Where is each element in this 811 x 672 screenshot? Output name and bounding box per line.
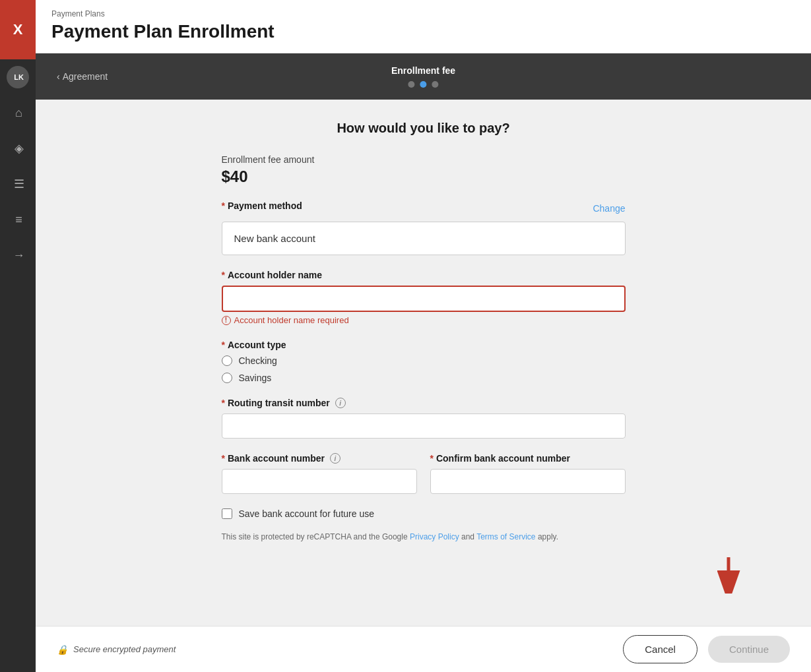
wizard-dot-3 [432, 81, 439, 88]
checking-radio[interactable] [222, 355, 232, 366]
wizard-dot-1 [408, 81, 415, 88]
sidebar-item-diamond[interactable]: ◈ [0, 131, 36, 166]
page-header: Payment Plans Payment Plan Enrollment [36, 0, 811, 53]
sidebar-item-exit[interactable]: → [0, 237, 36, 273]
app-logo: X [0, 0, 36, 59]
privacy-policy-link[interactable]: Privacy Policy [410, 532, 459, 541]
account-type-label: * Account type [222, 340, 626, 350]
continue-button[interactable]: Continue [708, 636, 790, 663]
sidebar-item-list[interactable]: ☰ [0, 166, 36, 202]
enrollment-fee-amount: $40 [222, 168, 626, 186]
required-star-account-type: * [222, 340, 225, 350]
bank-account-label: * Bank account number i [222, 453, 417, 464]
required-star-bank: * [222, 453, 225, 464]
confirm-bank-account-field-group: * Confirm bank account number [430, 453, 626, 494]
secure-payment-label: 🔒 Secure encrypted payment [57, 644, 176, 655]
terms-link[interactable]: Terms of Service [476, 532, 535, 541]
account-holder-field-group: * Account holder name ! Account holder n… [222, 270, 626, 325]
sidebar-item-docs[interactable]: ≡ [0, 202, 36, 237]
account-holder-error-msg: ! Account holder name required [222, 315, 626, 325]
routing-info-icon[interactable]: i [335, 398, 346, 408]
wizard-back-button[interactable]: ‹ Agreement [57, 71, 108, 82]
save-account-label[interactable]: Save bank account for future use [239, 508, 374, 519]
account-type-savings[interactable]: Savings [222, 373, 626, 383]
wizard-step-label: Enrollment fee [391, 65, 455, 76]
how-to-pay-heading: How would you like to pay? [222, 121, 626, 136]
account-type-radio-group: Checking Savings [222, 355, 626, 383]
chevron-left-icon: ‹ [57, 71, 60, 82]
wizard-back-label: Agreement [63, 71, 108, 82]
cancel-button[interactable]: Cancel [623, 635, 697, 663]
account-holder-label: * Account holder name [222, 270, 626, 280]
bank-account-field-group: * Bank account number i [222, 453, 417, 494]
account-type-field-group: * Account type Checking Savings [222, 340, 626, 383]
wizard-step-indicator: Enrollment fee [391, 65, 455, 88]
bank-account-input[interactable] [222, 469, 417, 494]
routing-field-group: * Routing transit number i [222, 398, 626, 439]
account-holder-error-text: Account holder name required [234, 315, 349, 325]
required-star-payment: * [222, 200, 225, 211]
save-account-checkbox[interactable] [222, 508, 232, 519]
routing-label: * Routing transit number i [222, 398, 626, 408]
recaptcha-text: This site is protected by reCAPTCHA and … [222, 532, 626, 541]
lock-icon: 🔒 [57, 644, 68, 655]
checking-label: Checking [239, 355, 277, 366]
footer-buttons: Cancel Continue [623, 635, 790, 663]
savings-label: Savings [239, 373, 272, 383]
page-title: Payment Plan Enrollment [51, 21, 795, 42]
enrollment-fee-label: Enrollment fee amount [222, 154, 626, 165]
change-payment-link[interactable]: Change [593, 203, 625, 214]
wizard-bar: ‹ Agreement Enrollment fee [36, 53, 811, 100]
sidebar-item-home[interactable]: ⌂ [0, 95, 36, 131]
payment-method-row: * Payment method Change [222, 200, 626, 216]
save-account-row: Save bank account for future use [222, 508, 626, 519]
required-star-account-holder: * [222, 270, 225, 280]
bank-account-info-icon[interactable]: i [330, 453, 341, 464]
sidebar: X LK ⌂ ◈ ☰ ≡ → [0, 0, 36, 672]
confirm-bank-input[interactable] [430, 469, 626, 494]
wizard-dot-2 [420, 81, 427, 88]
form-container: How would you like to pay? Enrollment fe… [206, 121, 641, 541]
required-star-confirm-bank: * [430, 453, 434, 464]
payment-method-field-label: * Payment method [222, 200, 302, 211]
account-holder-input[interactable] [222, 286, 626, 312]
error-circle-icon: ! [222, 316, 231, 325]
payment-method-value: New bank account [222, 222, 626, 255]
sidebar-item-avatar[interactable]: LK [7, 66, 29, 88]
confirm-bank-label: * Confirm bank account number [430, 453, 626, 464]
footer-bar: 🔒 Secure encrypted payment Cancel Contin… [36, 626, 811, 672]
secure-payment-text: Secure encrypted payment [73, 644, 176, 654]
savings-radio[interactable] [222, 373, 232, 383]
account-type-checking[interactable]: Checking [222, 355, 626, 366]
main-content: Payment Plans Payment Plan Enrollment ‹ … [36, 0, 811, 672]
required-star-routing: * [222, 398, 225, 408]
wizard-dots [408, 81, 439, 88]
bank-account-row: * Bank account number i * Confirm bank a… [222, 453, 626, 494]
routing-input[interactable] [222, 413, 626, 439]
content-area: How would you like to pay? Enrollment fe… [36, 100, 811, 626]
breadcrumb: Payment Plans [51, 9, 795, 18]
